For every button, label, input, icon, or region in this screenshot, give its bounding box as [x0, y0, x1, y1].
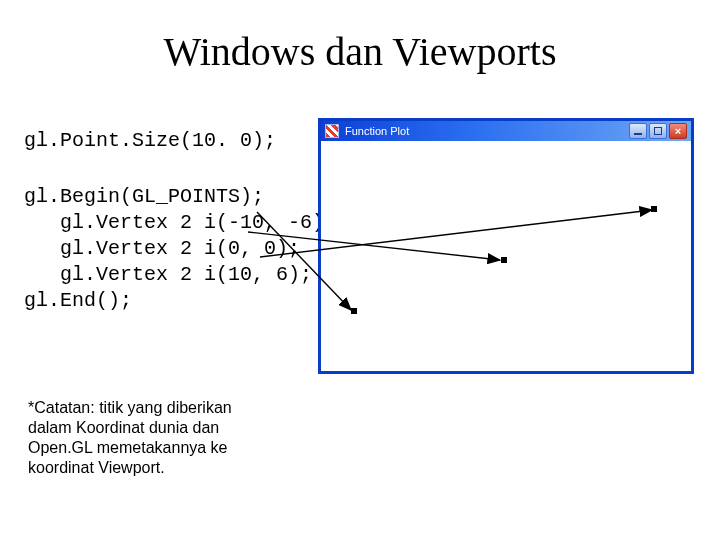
code-pointsize: gl.Point.Size(10. 0);	[24, 128, 276, 154]
pt-10-6	[651, 206, 657, 212]
slide-title: Windows dan Viewports	[0, 28, 720, 75]
footnote: *Catatan: titik yang diberikan dalam Koo…	[28, 398, 248, 478]
minimize-icon	[634, 133, 642, 135]
maximize-button[interactable]	[649, 123, 667, 139]
maximize-icon	[654, 127, 662, 135]
minimize-button[interactable]	[629, 123, 647, 139]
window-title: Function Plot	[345, 125, 409, 137]
viewport-canvas	[321, 141, 691, 371]
close-icon: ×	[675, 125, 681, 137]
pt-neg10-neg6	[351, 308, 357, 314]
close-button[interactable]: ×	[669, 123, 687, 139]
slide: Windows dan Viewports gl.Point.Size(10. …	[0, 0, 720, 540]
pt-0-0	[501, 257, 507, 263]
titlebar: Function Plot ×	[321, 121, 691, 141]
app-icon	[325, 124, 339, 138]
window-controls: ×	[629, 123, 687, 139]
app-window: Function Plot ×	[318, 118, 694, 374]
code-block: gl.Begin(GL_POINTS); gl.Vertex 2 i(-10, …	[24, 184, 336, 314]
